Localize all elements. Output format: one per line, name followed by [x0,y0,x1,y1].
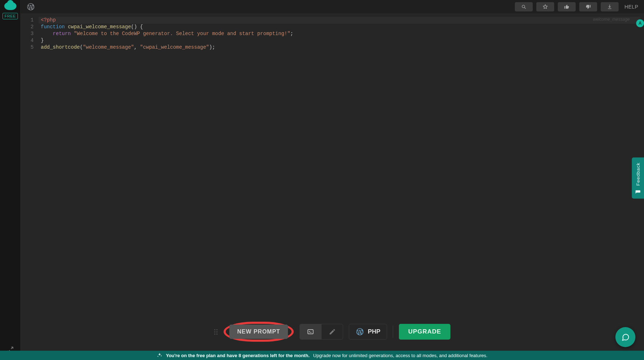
line-number: 4 [21,37,39,44]
plan-badge: FREE [3,13,18,19]
line-number: 2 [21,24,39,30]
feedback-icon [635,189,641,195]
search-button[interactable] [515,2,533,11]
line-number: 3 [21,30,39,37]
line-number: 5 [21,44,39,51]
svg-rect-1 [308,330,313,334]
banner-bold-text: You're on the free plan and have 8 gener… [166,353,310,358]
feedback-tab[interactable]: Feedback [632,157,644,199]
drag-handle-icon[interactable] [214,329,218,335]
bottom-toolbar: NEW PROMPT PHP UPGRADE [211,320,453,344]
feedback-label: Feedback [635,162,641,186]
chat-icon [621,333,630,341]
main-column: HELP 1 2 3 4 5 welcome_message <?php fun… [21,0,644,360]
code-panel[interactable]: welcome_message <?php function cwpai_wel… [39,14,644,360]
app-root: FREE [0,0,644,360]
top-bar: HELP [21,0,644,14]
chat-launcher[interactable] [615,327,635,347]
download-button[interactable] [601,2,619,11]
brand-logo[interactable] [4,2,16,10]
thumbs-down-button[interactable] [579,2,597,11]
language-label: PHP [368,328,380,335]
help-link[interactable]: HELP [622,4,640,10]
star-button[interactable] [536,2,554,11]
separator [393,326,393,338]
edit-mode-button[interactable] [321,324,343,339]
line-number: 1 [21,17,39,24]
top-actions: HELP [515,2,640,11]
thumbs-up-button[interactable] [558,2,576,11]
code-content[interactable]: <?php function cwpai_welcome_message() {… [39,14,644,51]
plan-banner: You're on the free plan and have 8 gener… [0,351,644,360]
new-prompt-button[interactable]: NEW PROMPT [229,325,288,339]
upgrade-button[interactable]: UPGRADE [399,324,450,340]
code-mode-button[interactable] [300,324,321,339]
left-rail: FREE [0,0,21,360]
annotation-highlight: NEW PROMPT [224,322,294,342]
line-gutter: 1 2 3 4 5 [21,14,39,360]
wordpress-icon[interactable] [26,3,35,11]
language-selector[interactable]: PHP [349,324,387,340]
mode-toggle [299,324,343,340]
banner-upgrade-link[interactable]: Upgrade now for unlimited generations, a… [313,353,487,358]
svg-point-0 [522,5,525,8]
editor[interactable]: 1 2 3 4 5 welcome_message <?php function… [21,14,644,360]
sparkle-icon [157,352,162,358]
